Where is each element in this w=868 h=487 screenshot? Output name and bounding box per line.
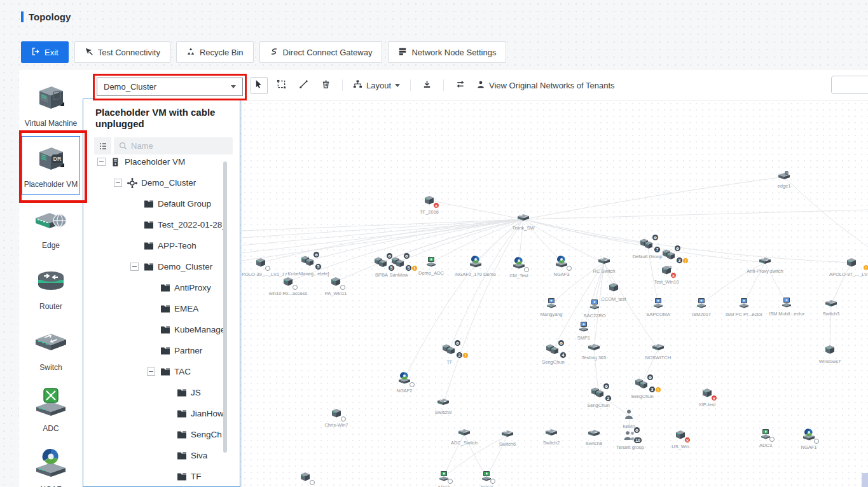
palette-item-ngaf[interactable]: NGAF — [22, 441, 80, 487]
topology-node-ism-mobil-ector[interactable]: ISM Mobil...ector — [764, 297, 809, 317]
topology-node-edge1[interactable]: edge1 — [762, 170, 806, 189]
tree-list-icon — [99, 142, 107, 151]
switch-icon — [823, 299, 839, 310]
tree-item-tac[interactable]: TAC — [83, 361, 240, 382]
palette-item-placeholder-vm[interactable]: DRPlaceholder VM — [22, 136, 80, 195]
topology-node-smp1[interactable]: SMP1 — [561, 321, 606, 341]
topology-node-tf[interactable]: 2!⚙TF — [427, 343, 472, 365]
topology-node-tenant-group[interactable]: 10⚙Tenant group — [608, 430, 652, 450]
topology-node-adc3[interactable]: ADC3 — [743, 429, 788, 448]
topology-node-ngaf3[interactable]: NGAF3 — [539, 256, 584, 277]
tree-item-tf[interactable]: TF — [83, 466, 240, 487]
tree-expander-icon[interactable] — [114, 179, 122, 187]
tree-expander-icon[interactable] — [130, 263, 139, 271]
topology-node-yong-test[interactable]: Yong_Test — [283, 470, 327, 487]
topology-node-rc-switch[interactable]: RC Switch — [582, 256, 626, 274]
topology-node-demo-adc[interactable]: Demo_ADC — [409, 256, 453, 276]
topology-node-apolo-39-lv1-77[interactable]: APOLO-39_..._LV1_77 — [241, 256, 283, 277]
search-input[interactable] — [131, 141, 220, 151]
topology-node-anti-proxy-switch[interactable]: Anti-Proxy switch — [743, 256, 787, 274]
tree-expander-icon[interactable] — [97, 158, 106, 166]
topology-node-ngaf2-170-demo[interactable]: NGAF2_170 Demo — [453, 256, 498, 277]
test-connectivity-button[interactable]: Test Connectivity — [74, 41, 170, 63]
topology-node-sengchun[interactable]: 2⚙SengChun — [576, 386, 621, 408]
tree-item-demo-cluster[interactable]: Demo_Cluster — [83, 256, 240, 277]
topology-node-testing-365[interactable]: Testing 365 — [572, 343, 616, 360]
cube-icon — [298, 470, 312, 485]
tree-item-antiproxy[interactable]: AntiProxy — [83, 277, 240, 298]
palette-item-edge[interactable]: Edge — [22, 197, 80, 256]
tree-item-test-2022-01-28-[interactable]: Test_2022-01-28_ — [83, 214, 240, 235]
tree-item-partner[interactable]: Partner — [83, 340, 240, 361]
palette-item-virtual-machine[interactable]: Virtual Machine — [22, 75, 80, 134]
tree-item-kubemanage[interactable]: KubeManage — [83, 319, 240, 340]
topology-node-ism2017[interactable]: ISM2017 — [679, 298, 724, 317]
tree-item-jianhow[interactable]: JianHow — [83, 403, 240, 424]
topology-node-sac22ro[interactable]: SAC22RO — [572, 299, 617, 319]
tree-item-emea[interactable]: EMEA — [83, 298, 240, 319]
topology-node-trunk-sw[interactable]: Trunk_SW — [501, 213, 546, 231]
palette-item-router[interactable]: Router — [22, 258, 80, 317]
topology-node-xip-test[interactable]: ✕XIP-test — [685, 387, 729, 408]
node-label: win10 Rx...access — [266, 291, 310, 296]
switch-icon — [596, 256, 612, 268]
direct-connect-gateway-button[interactable]: Direct Connect Gateway — [259, 41, 383, 63]
connect-tool[interactable] — [295, 77, 312, 94]
topology-node-switch3[interactable]: Switch3 — [809, 299, 853, 317]
topology-node-cm-test[interactable]: CM_Test — [497, 257, 541, 278]
topology-node-pa-win11[interactable]: PA_Win11 — [313, 275, 358, 296]
marquee-icon — [277, 79, 286, 92]
topology-node-us-win[interactable]: ✕US_Win — [658, 429, 703, 449]
topology-node-ism-pc-pr-ector[interactable]: ISM PC Pr...ector — [722, 298, 766, 317]
exit-button[interactable]: Exit — [21, 41, 69, 63]
topology-node-win10-rx-access[interactable]: win10 Rx...access — [266, 275, 310, 296]
topology-node-adc1[interactable]: ADC1 — [422, 470, 466, 487]
palette-item-adc[interactable]: ADC — [22, 380, 80, 439]
switch-icon — [586, 343, 602, 354]
network-node-settings-button[interactable]: Network Node Settings — [388, 41, 506, 63]
topology-node-sengchun[interactable]: 3!⚙SengChun — [620, 377, 665, 399]
topology-node-switch9[interactable]: Switch9 — [421, 397, 465, 415]
topology-node-kelvin[interactable]: kelvin — [607, 409, 651, 429]
topology-node-test-win10[interactable]: ✕Test_Win10 — [644, 264, 689, 285]
export-tool[interactable] — [418, 77, 436, 94]
swap-tool[interactable] — [451, 77, 469, 94]
topology-canvas[interactable]: ✕TF_2016Trunk_SWedge1APOLO-39_..._LV1_77… — [241, 100, 868, 487]
topology-node-ngaf2[interactable]: NGAF2 — [382, 372, 427, 394]
delete-tool[interactable] — [317, 77, 334, 94]
tree-item-demo-cluster[interactable]: Demo_Cluster — [83, 172, 240, 193]
topology-node-adc-switch[interactable]: ADC_Switch — [442, 428, 486, 446]
tree-expander-icon[interactable] — [147, 367, 155, 376]
topology-node-ngaf1[interactable]: NGAF1 — [787, 429, 831, 450]
topology-node-switch2[interactable]: Switch2 — [529, 428, 574, 446]
recycle-bin-button[interactable]: Recycle Bin — [176, 41, 254, 63]
topology-node-sapcoma[interactable]: SAPCOMA — [636, 298, 680, 317]
topology-node-ncswitch[interactable]: NCSWITCH — [636, 343, 680, 360]
topology-node-windows7[interactable]: Windows7 — [808, 343, 852, 364]
topology-node-mangyang[interactable]: Mangyang — [529, 298, 574, 317]
tree-item-js[interactable]: JS — [83, 382, 240, 403]
tree-item-app-teoh[interactable]: APP-Teoh — [83, 235, 240, 256]
stack-icon: 2!⚙ — [441, 343, 458, 359]
topology-node-switch6[interactable]: Switch6 — [485, 429, 530, 447]
canvas-scrollbar[interactable] — [862, 473, 868, 487]
tree-item-sengch[interactable]: SengCh — [83, 424, 240, 445]
layout-dropdown[interactable]: Layout — [350, 79, 403, 91]
marquee-tool[interactable] — [273, 77, 290, 94]
topology-node-sengchun[interactable]: 4⚙SengChun — [531, 343, 575, 365]
tree-item-placeholder-vm[interactable]: Placeholder VM — [83, 151, 240, 172]
topology-node-adc2[interactable]: ADC2 — [464, 470, 509, 487]
topology-node-apolo-97-lv1-97[interactable]: !APOLO-97_..._LV1_97 — [829, 256, 868, 277]
tree-scrollbar[interactable] — [223, 161, 227, 453]
right-edge-input[interactable] — [831, 76, 868, 94]
view-tenant-networks-button[interactable]: View Original Networks of Tenants — [474, 80, 617, 91]
topology-node-chris-win7[interactable]: Chris-Win7 — [314, 407, 359, 428]
node-label: ISM Mobil...ector — [764, 311, 809, 317]
pointer-tool[interactable] — [251, 77, 268, 94]
topology-node-tf-2016[interactable]: ✕TF_2016 — [407, 194, 451, 215]
cluster-dropdown[interactable]: Demo_Cluster — [97, 78, 243, 96]
palette-item-switch[interactable]: Switch — [22, 319, 80, 378]
tree-item-default-group[interactable]: Default Group — [83, 193, 240, 214]
topology-node-kubemanag-etele-[interactable]: 5⚙KubeManag...etele] — [286, 254, 331, 277]
tree-item-siva[interactable]: Siva — [83, 445, 240, 466]
